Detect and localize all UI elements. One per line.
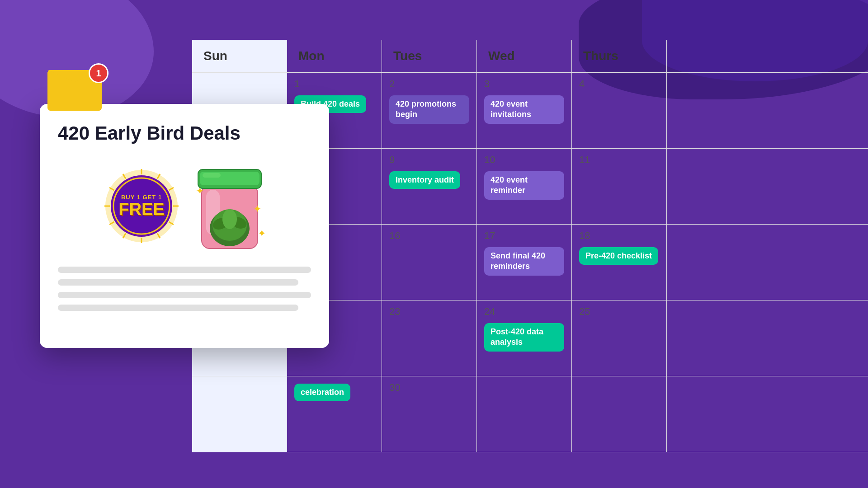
calendar-event[interactable]: 420 event invitations bbox=[484, 95, 564, 124]
cal-header-sun: Sun bbox=[192, 40, 287, 72]
content-line-3 bbox=[58, 292, 311, 298]
bogo-free-text: FREE bbox=[118, 201, 164, 218]
cal-cell-0-2: 2420 promotions begin bbox=[382, 73, 477, 148]
cal-date-number: 1 bbox=[294, 78, 374, 90]
cal-cell-0-3: 3420 event invitations bbox=[477, 73, 572, 148]
cal-row-4: celebration30 bbox=[192, 376, 868, 452]
cal-cell-4-2: 30 bbox=[382, 376, 477, 452]
cal-date-number: 3 bbox=[484, 78, 564, 90]
cal-date-number: 16 bbox=[389, 230, 469, 242]
email-promo-area: BUY 1 GET 1 FREE ✦ ✦ ✦ bbox=[58, 158, 311, 253]
cal-date-number: 30 bbox=[389, 382, 469, 394]
cal-cell-3-4: 25 bbox=[572, 300, 667, 376]
calendar-event[interactable]: Inventory audit bbox=[389, 171, 460, 189]
cal-header-thurs: Thurs bbox=[572, 40, 667, 72]
content-line-1 bbox=[58, 267, 311, 273]
jar-illustration: ✦ ✦ ✦ bbox=[193, 158, 266, 253]
notification-badge: 1 bbox=[89, 63, 108, 83]
svg-rect-24 bbox=[203, 173, 221, 178]
cal-cell-3-3: 24Post-420 data analysis bbox=[477, 300, 572, 376]
cal-date-number: 23 bbox=[389, 306, 469, 318]
cal-cell-2-3: 17Send final 420 reminders bbox=[477, 225, 572, 300]
cal-date-number: 4 bbox=[579, 78, 659, 90]
calendar-event[interactable]: Post-420 data analysis bbox=[484, 323, 564, 352]
calendar-header: Sun Mon Tues Wed Thurs bbox=[192, 40, 868, 73]
cal-cell-1-3: 10420 event reminder bbox=[477, 149, 572, 224]
cal-cell-1-4: 11 bbox=[572, 149, 667, 224]
cal-cell-4-3 bbox=[477, 376, 572, 452]
cal-date-number: 18 bbox=[579, 230, 659, 242]
cal-date-number: 9 bbox=[389, 154, 469, 166]
email-card-title: 420 Early Bird Deals bbox=[58, 122, 311, 145]
cal-cell-2-4: 18Pre-420 checklist bbox=[572, 225, 667, 300]
cal-cell-4-0 bbox=[192, 376, 287, 452]
cal-header-tues: Tues bbox=[382, 40, 477, 72]
bogo-text: BUY 1 GET 1 FREE bbox=[118, 194, 164, 218]
cal-date-number: 17 bbox=[484, 230, 564, 242]
calendar-event[interactable]: 420 event reminder bbox=[484, 171, 564, 200]
calendar-event[interactable]: Send final 420 reminders bbox=[484, 247, 564, 276]
calendar-event[interactable]: celebration bbox=[294, 384, 350, 401]
bogo-badge-container: BUY 1 GET 1 FREE bbox=[103, 166, 180, 245]
mail-area: 1 bbox=[47, 70, 102, 111]
content-line-2 bbox=[58, 279, 298, 286]
calendar-event[interactable]: Pre-420 checklist bbox=[579, 247, 658, 265]
email-content-lines bbox=[58, 267, 311, 311]
email-card: 420 Early Bird Deals bbox=[40, 104, 329, 348]
content-line-4 bbox=[58, 305, 298, 311]
cal-cell-3-2: 23 bbox=[382, 300, 477, 376]
cal-date-number: 11 bbox=[579, 154, 659, 166]
svg-point-21 bbox=[222, 209, 237, 229]
sparkle-icon-2: ✦ bbox=[258, 228, 266, 239]
cal-cell-2-2: 16 bbox=[382, 225, 477, 300]
sparkle-icon-3: ✦ bbox=[253, 203, 261, 215]
cal-date-number: 25 bbox=[579, 306, 659, 318]
cal-cell-0-4: 4 bbox=[572, 73, 667, 148]
calendar-event[interactable]: 420 promotions begin bbox=[389, 95, 469, 124]
cal-cell-1-2: 9Inventory audit bbox=[382, 149, 477, 224]
cal-date-number: 2 bbox=[389, 78, 469, 90]
cal-cell-4-4 bbox=[572, 376, 667, 452]
cal-cell-4-1: celebration bbox=[287, 376, 382, 452]
cal-date-number: 10 bbox=[484, 154, 564, 166]
sparkle-icon-1: ✦ bbox=[196, 185, 204, 197]
cal-header-mon: Mon bbox=[287, 40, 382, 72]
cal-header-wed: Wed bbox=[477, 40, 572, 72]
cal-date-number: 24 bbox=[484, 306, 564, 318]
mail-icon[interactable]: 1 bbox=[47, 70, 102, 111]
